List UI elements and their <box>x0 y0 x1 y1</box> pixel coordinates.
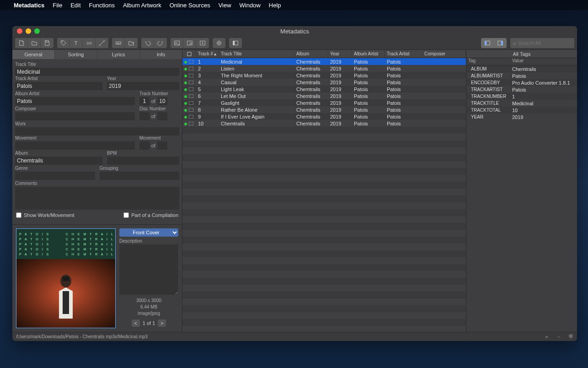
col-track-title[interactable]: Track Title <box>219 50 294 58</box>
table-row[interactable]: 1MedicinalChemtrails2019PatoisPatois <box>182 58 466 65</box>
app-menu[interactable]: Metadatics <box>14 2 44 9</box>
menu-edit[interactable]: Edit <box>70 2 80 9</box>
tag-row[interactable]: TRACKTITLEMedicinal <box>466 100 577 107</box>
art-description-field[interactable] <box>119 244 178 295</box>
col-composer[interactable]: Composer <box>422 50 466 58</box>
track-total-field[interactable] <box>157 97 167 105</box>
titlebar[interactable]: Metadatics <box>12 26 577 36</box>
value-col[interactable]: Value <box>512 58 577 65</box>
save-button[interactable] <box>41 38 53 48</box>
art-indicator-icon <box>189 115 193 119</box>
svg-rect-29 <box>189 115 193 119</box>
menu-file[interactable]: File <box>53 2 62 9</box>
rename-button[interactable]: abc <box>112 38 125 48</box>
tab-sorting[interactable]: Sorting <box>55 50 97 59</box>
track-title-label: Track Title <box>15 62 179 67</box>
add-files-button[interactable] <box>15 38 28 48</box>
col-album-artist[interactable]: Album Artist <box>352 50 385 58</box>
text-button[interactable]: T <box>70 38 83 48</box>
search-box[interactable]: ⌕ <box>510 38 574 48</box>
svg-rect-28 <box>189 108 193 112</box>
tag-col[interactable]: Tag <box>466 58 512 65</box>
left-panel-toggle[interactable] <box>481 38 494 48</box>
undo-button[interactable] <box>141 38 154 48</box>
status-dot-icon <box>184 109 187 112</box>
reveal-button[interactable] <box>229 38 242 48</box>
movement-num-field[interactable] <box>139 141 150 150</box>
album-field[interactable] <box>15 157 102 165</box>
album-artist-field[interactable] <box>15 97 135 105</box>
year-field[interactable] <box>107 82 179 90</box>
col-track-num[interactable]: Track # ▴ <box>196 50 219 58</box>
numbers-button[interactable]: 123 <box>83 38 96 48</box>
tag-row[interactable]: TRACKNUMBER1 <box>466 93 577 100</box>
redo-button[interactable] <box>154 38 167 48</box>
track-artist-field[interactable] <box>15 82 102 90</box>
menu-help[interactable]: Help <box>269 2 281 9</box>
disc-total-field[interactable] <box>157 112 167 120</box>
table-row[interactable]: 6Let Me OutChemtrails2019PatoisPatois <box>182 92 466 99</box>
tab-info[interactable]: Info <box>140 50 182 59</box>
genre-field[interactable] <box>15 172 95 180</box>
tag-row[interactable]: TRACKARTISTPatois <box>466 86 577 93</box>
grouping-field[interactable] <box>100 172 180 180</box>
move-button[interactable] <box>125 38 138 48</box>
tools-button[interactable] <box>96 38 108 48</box>
track-number-field[interactable] <box>139 97 150 105</box>
movement-field[interactable] <box>15 141 135 150</box>
menu-window[interactable]: Window <box>240 2 261 9</box>
status-path: /Users/mark/Downloads/Patois - Chemtrail… <box>16 334 148 339</box>
gear-icon[interactable]: ✻ <box>568 333 573 341</box>
tag-row[interactable]: ALBUMARTISTPatois <box>466 72 577 79</box>
tag-row[interactable]: TRACKTOTAL10 <box>466 107 577 114</box>
work-field[interactable] <box>15 127 179 135</box>
right-panel-toggle[interactable] <box>494 38 507 48</box>
image-search-button[interactable] <box>183 38 196 48</box>
tab-general[interactable]: General <box>12 50 55 59</box>
composer-field[interactable] <box>15 112 135 120</box>
tab-lyrics[interactable]: Lyrics <box>97 50 140 59</box>
album-art[interactable]: P A T O I S C H E M T R A I L S P A T O … <box>16 228 116 328</box>
disc-number-field[interactable] <box>139 112 150 120</box>
menu-functions[interactable]: Functions <box>89 2 115 9</box>
bpm-field[interactable] <box>107 157 179 165</box>
table-row[interactable]: 4CasualChemtrails2019PatoisPatois <box>182 79 466 86</box>
comments-field[interactable] <box>15 187 179 210</box>
col-album[interactable]: Album <box>294 50 328 58</box>
art-prev-button[interactable]: < <box>132 319 140 327</box>
movement-total-field[interactable] <box>157 141 167 150</box>
table-row[interactable]: 10ChemtrailsChemtrails2019PatoisPatois <box>182 120 466 127</box>
art-indicator-icon <box>189 94 193 98</box>
search-input[interactable] <box>518 40 572 46</box>
track-title-field[interactable] <box>15 68 179 76</box>
cover-type-select[interactable]: Front Cover <box>119 228 178 237</box>
art-indicator-icon <box>189 108 193 112</box>
table-row[interactable]: 9If I Ever Love AgainChemtrails2019Patoi… <box>182 113 466 120</box>
col-status-icon[interactable] <box>182 50 196 58</box>
tag-row[interactable]: ENCODEDBYPro Audio Converter 1.8.1 <box>466 79 577 86</box>
table-row[interactable]: 8Rather Be AloneChemtrails2019PatoisPato… <box>182 106 466 113</box>
menu-album-artwork[interactable]: Album Artwork <box>123 2 161 9</box>
tag-row[interactable]: YEAR2019 <box>466 114 577 120</box>
tag-row[interactable]: ALBUMChemtrails <box>466 65 577 72</box>
table-row[interactable]: 3The Right MomentChemtrails2019PatoisPat… <box>182 72 466 79</box>
tags-pane: All Tags Tag Value ALBUMChemtrailsALBUMA… <box>466 50 577 332</box>
show-work-checkbox[interactable]: Show Work/Movement <box>16 212 74 218</box>
image-button[interactable] <box>171 38 183 48</box>
menu-view[interactable]: View <box>219 2 231 9</box>
table-row[interactable]: 5Light LeakChemtrails2019PatoisPatois <box>182 86 466 92</box>
add-tag-button[interactable]: ＋ <box>544 333 550 341</box>
art-next-button[interactable]: > <box>158 319 166 327</box>
col-track-artist[interactable]: Track Artist <box>385 50 422 58</box>
search-icon: ⌕ <box>513 40 516 46</box>
table-row[interactable]: 2ListenChemtrails2019PatoisPatois <box>182 65 466 72</box>
menu-online-sources[interactable]: Online Sources <box>170 2 210 9</box>
remove-tag-button[interactable]: － <box>556 333 562 341</box>
lookup-button[interactable] <box>213 38 225 48</box>
table-row[interactable]: 7GaslightChemtrails2019PatoisPatois <box>182 99 466 106</box>
tag-button[interactable] <box>57 38 70 48</box>
add-folder-button[interactable] <box>28 38 41 48</box>
compilation-checkbox[interactable]: Part of a Compilation <box>123 212 178 218</box>
image-download-button[interactable] <box>196 38 209 48</box>
col-year[interactable]: Year <box>328 50 352 58</box>
